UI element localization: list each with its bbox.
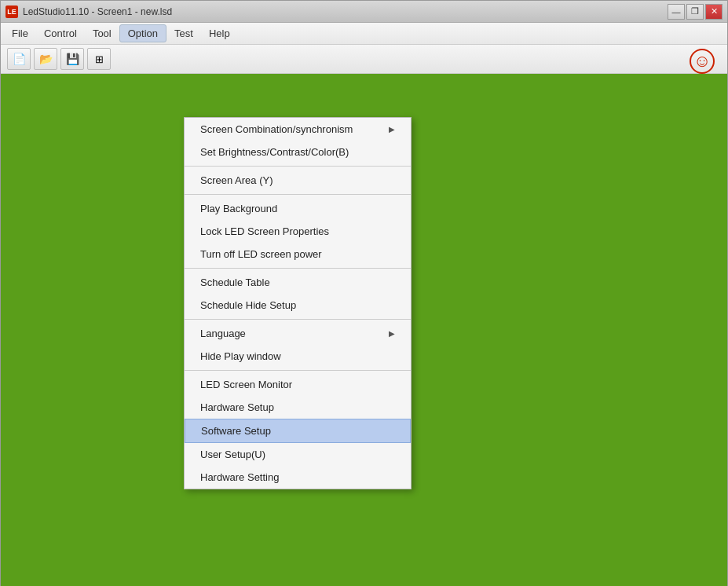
smiley-icon: ☺	[693, 51, 711, 71]
option-dropdown-menu: Screen Combination/synchronism ▶ Set Bri…	[184, 117, 412, 489]
menu-user-setup[interactable]: User Setup(U)	[185, 443, 411, 466]
separator-2	[185, 194, 411, 195]
menu-play-bg[interactable]: Play Background	[185, 197, 411, 220]
menu-language[interactable]: Language ▶	[185, 322, 411, 345]
restore-button[interactable]: ❐	[686, 4, 704, 20]
minimize-button[interactable]: —	[668, 4, 685, 20]
separator-3	[185, 268, 411, 269]
separator-1	[185, 166, 411, 167]
window-title: LedStudio11.10 - Screen1 - new.lsd	[23, 6, 172, 17]
menu-help[interactable]: Help	[201, 25, 238, 42]
smiley-button[interactable]: ☺	[690, 49, 715, 74]
toolbar: 📄 📂 💾 ⊞ ☺	[1, 45, 727, 74]
language-arrow: ▶	[389, 329, 395, 338]
save-button[interactable]: 💾	[60, 48, 84, 70]
menu-brightness[interactable]: Set Brightness/Contrast/Color(B)	[185, 141, 411, 163]
new-icon: 📄	[13, 53, 26, 65]
menu-schedule-hide[interactable]: Schedule Hide Setup	[185, 294, 411, 317]
menu-screen-area[interactable]: Screen Area (Y)	[185, 169, 411, 192]
menu-turn-off[interactable]: Turn off LED screen power	[185, 243, 411, 266]
menu-lock-led[interactable]: Lock LED Screen Properties	[185, 220, 411, 243]
separator-4	[185, 319, 411, 320]
submenu-arrow: ▶	[389, 125, 395, 134]
menu-option[interactable]: Option	[119, 24, 166, 42]
content-area: Screen Combination/synchronism ▶ Set Bri…	[1, 74, 727, 586]
open-icon: 📂	[39, 53, 53, 65]
menu-schedule-table[interactable]: Schedule Table	[185, 271, 411, 294]
save-icon: 💾	[66, 53, 79, 65]
menu-file[interactable]: File	[4, 25, 36, 42]
menu-bar: File Control Tool Option Test Help	[1, 23, 727, 45]
title-bar-left: LE LedStudio11.10 - Screen1 - new.lsd	[5, 5, 172, 18]
app-icon: LE	[5, 5, 18, 18]
menu-hide-play[interactable]: Hide Play window	[185, 345, 411, 368]
smiley-container: ☺	[690, 49, 715, 74]
menu-software-setup[interactable]: Software Setup	[185, 419, 411, 443]
separator-5	[185, 370, 411, 371]
menu-test[interactable]: Test	[166, 25, 201, 42]
title-bar-controls: — ❐ ✕	[668, 4, 723, 20]
open-button[interactable]: 📂	[34, 48, 57, 70]
menu-screen-combo[interactable]: Screen Combination/synchronism ▶	[185, 118, 411, 141]
main-window: LE LedStudio11.10 - Screen1 - new.lsd — …	[0, 0, 728, 586]
grid-button[interactable]: ⊞	[87, 48, 111, 70]
new-button[interactable]: 📄	[7, 48, 31, 70]
menu-tool[interactable]: Tool	[85, 25, 119, 42]
menu-led-monitor[interactable]: LED Screen Monitor	[185, 373, 411, 396]
menu-hardware-setup[interactable]: Hardware Setup	[185, 396, 411, 419]
title-bar: LE LedStudio11.10 - Screen1 - new.lsd — …	[1, 1, 727, 23]
menu-hardware-setting[interactable]: Hardware Setting	[185, 466, 411, 489]
close-button[interactable]: ✕	[705, 4, 723, 20]
grid-icon: ⊞	[95, 53, 104, 65]
menu-control[interactable]: Control	[36, 25, 85, 42]
